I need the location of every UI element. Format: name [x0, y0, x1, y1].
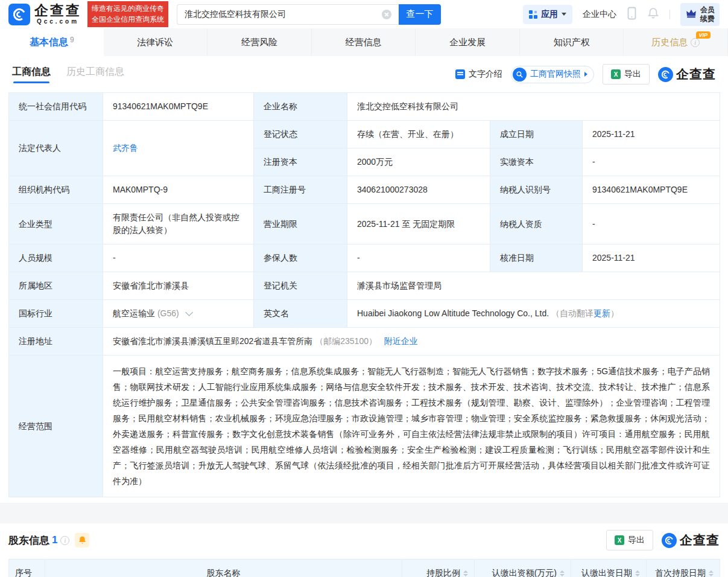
- field-value: 濉溪县市场监督管理局: [347, 272, 720, 300]
- table-row: 经营范围 一般项目：航空运营支持服务；航空商务服务；信息系统集成服务；智能无人飞…: [9, 355, 720, 497]
- tab-intellectual-property[interactable]: 知识产权: [520, 28, 624, 56]
- excel-icon: [611, 69, 621, 79]
- field-label: 统一社会信用代码: [9, 93, 103, 121]
- search-icon: [513, 68, 527, 81]
- table-row: 企业类型 有限责任公司（非自然人投资或控股的法人独资） 营业期限 2025-11…: [9, 204, 720, 244]
- qcc-logo-icon: [658, 67, 673, 82]
- export-button[interactable]: 导出: [603, 64, 650, 84]
- field-label: 组织机构代码: [9, 176, 103, 204]
- col-name: 股东名称: [45, 559, 402, 577]
- info-icon[interactable]: [60, 536, 69, 545]
- tab-operation-info[interactable]: 经营信息: [312, 28, 416, 56]
- field-label: 英文名: [254, 300, 347, 328]
- bell-icon[interactable]: [647, 7, 659, 22]
- tab-count-badge: 9: [70, 36, 74, 44]
- tab-basic-info[interactable]: 基本信息9: [0, 28, 104, 56]
- legal-rep-link[interactable]: 武齐鲁: [113, 143, 138, 153]
- subtab-business-registration[interactable]: 工商信息: [12, 66, 51, 83]
- table-row: 法定代表人 武齐鲁 登记状态 存续（在营、开业、在册） 成立日期 2025-11…: [9, 121, 720, 148]
- field-value: -: [583, 204, 720, 244]
- col-capital-date[interactable]: 认缴出资日期: [571, 559, 647, 577]
- sort-icon: [463, 570, 468, 576]
- field-value: 2000万元: [347, 148, 490, 176]
- field-value: MAK0MPTQ-9: [103, 176, 254, 204]
- gov-snapshot-button[interactable]: 工商官网快照: [511, 66, 594, 83]
- table-header-row: 序号 股东名称 持股比例 认缴出资额(万元) 认缴出资日期 首次持股日期: [9, 559, 720, 577]
- translate-update-link[interactable]: 更新: [593, 308, 610, 318]
- field-value: 91340621MAK0MPTQ9E: [103, 93, 254, 121]
- qcc-logo-icon: [8, 4, 30, 25]
- chevron-down-icon[interactable]: [185, 308, 193, 316]
- apps-menu[interactable]: 应用: [523, 5, 572, 24]
- brand-name: 企查查: [34, 4, 81, 18]
- field-label: 企业名称: [254, 93, 347, 121]
- shareholders-header: 股东信息 1 导出 企查查: [0, 523, 728, 556]
- field-label: 企业类型: [9, 204, 103, 244]
- col-first-date[interactable]: 首次持股日期: [647, 559, 720, 577]
- field-value: 2025-11-21: [583, 121, 720, 148]
- document-icon: [455, 69, 465, 79]
- field-label: 注册地址: [9, 328, 103, 355]
- field-value: 安徽省淮北市濉溪县: [103, 272, 254, 300]
- phone-icon[interactable]: [627, 6, 637, 22]
- field-value: 91340621MAK0MPTQ9E: [583, 176, 720, 204]
- shareholders-count: 1: [52, 534, 57, 546]
- qcc-watermark: 企查查: [662, 532, 720, 549]
- qcc-logo-icon: [662, 533, 677, 548]
- tab-company-development[interactable]: 企业发展: [416, 28, 520, 56]
- field-label: 人员规模: [9, 244, 103, 272]
- section-divider: [0, 503, 728, 523]
- chevron-right-icon: [584, 72, 587, 77]
- sort-icon: [560, 570, 565, 576]
- nearby-companies-link[interactable]: 附近企业: [384, 336, 418, 346]
- top-header: 企查查 Qcc.com 缔造有远见的商业传奇 全国企业信用查询系统 查一下 应用…: [0, 0, 728, 28]
- info-icon[interactable]: [691, 38, 700, 47]
- sub-tab-bar: 工商信息 历史工商信息 文字介绍 工商官网快照 导出 企查查: [0, 56, 728, 91]
- tab-legal-litigation[interactable]: 法律诉讼: [104, 28, 208, 56]
- vip-renew-label: 会员: [700, 5, 715, 14]
- col-amount[interactable]: 认缴出资额(万元): [475, 559, 571, 577]
- qcc-watermark: 企查查: [658, 66, 716, 83]
- sort-icon: [635, 570, 640, 576]
- tab-operation-risk[interactable]: 经营风险: [207, 28, 312, 56]
- search-bar: 查一下: [177, 4, 441, 25]
- subscribe-bell-icon[interactable]: [75, 533, 89, 547]
- qcc-logo[interactable]: 企查查 Qcc.com: [8, 4, 81, 25]
- text-intro-button[interactable]: 文字介绍: [455, 69, 502, 80]
- field-label: 纳税人资质: [490, 204, 583, 244]
- field-value: 有限责任公司（非自然人投资或控股的法人独资）: [103, 204, 254, 244]
- subtab-history-registration[interactable]: 历史工商信息: [66, 66, 124, 83]
- brand-slogan: 缔造有远见的商业传奇 全国企业信用查询系统: [87, 1, 168, 27]
- export-button[interactable]: 导出: [606, 530, 653, 550]
- field-label: 成立日期: [490, 121, 583, 148]
- search-input[interactable]: [177, 4, 399, 25]
- divider: [669, 10, 670, 19]
- field-value: -: [347, 244, 490, 272]
- apps-grid-icon: [529, 10, 537, 19]
- field-value: 安徽省淮北市濉溪县濉溪镇五里郢202省道县车管所南 （邮编235100） 附近企…: [103, 328, 720, 355]
- field-value: Huaibei Jiaokong Low Altitude Technology…: [347, 300, 720, 328]
- table-row: 人员规模 - 参保人数 - 核准日期 2025-11-21: [9, 244, 720, 272]
- clear-icon[interactable]: [382, 10, 391, 19]
- vip-renew-button[interactable]: 会员 续费: [680, 3, 720, 26]
- enterprise-center-link[interactable]: 企业中心: [583, 9, 616, 20]
- field-value: 2025-11-21 至 无固定期限: [347, 204, 490, 244]
- field-label: 登记状态: [254, 121, 347, 148]
- tab-history-info[interactable]: VIP 历史信息: [624, 28, 728, 56]
- excel-icon: [615, 535, 624, 545]
- shareholders-table: 序号 股东名称 持股比例 认缴出资额(万元) 认缴出资日期 首次持股日期 1 安…: [8, 559, 720, 577]
- field-label: 核准日期: [490, 244, 583, 272]
- table-row: 统一社会信用代码 91340621MAK0MPTQ9E 企业名称 淮北交控低空科…: [9, 93, 720, 121]
- vip-badge: VIP: [696, 31, 711, 39]
- col-ratio[interactable]: 持股比例: [402, 559, 475, 577]
- table-row: 组织机构代码 MAK0MPTQ-9 工商注册号 340621000273028 …: [9, 176, 720, 204]
- field-label: 注册资本: [254, 148, 347, 176]
- shareholders-title: 股东信息: [8, 534, 49, 547]
- field-label: 法定代表人: [9, 121, 103, 176]
- field-label: 国标行业: [9, 300, 103, 328]
- search-button[interactable]: 查一下: [399, 4, 441, 25]
- field-label: 纳税人识别号: [490, 176, 583, 204]
- field-label: 营业期限: [254, 204, 347, 244]
- field-label: 实缴资本: [490, 148, 583, 176]
- brand-domain: Qcc.com: [37, 19, 79, 25]
